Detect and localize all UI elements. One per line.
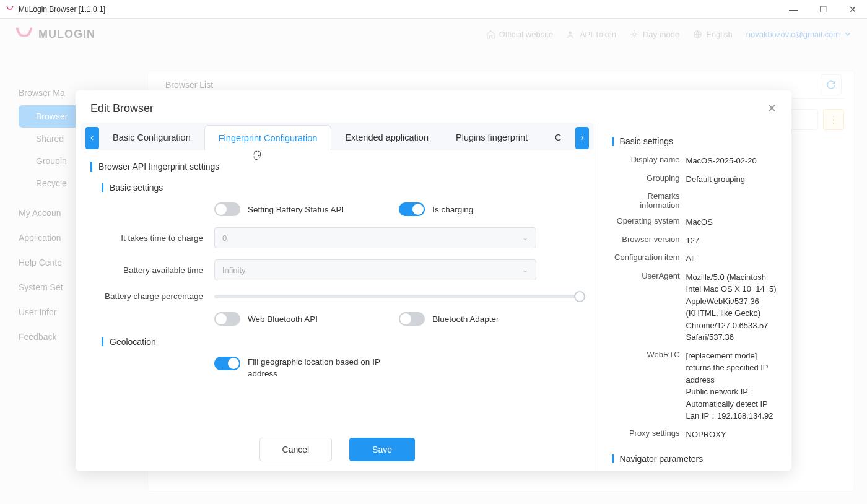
toggle-is-charging-label: Is charging — [432, 205, 473, 214]
toggle-battery-status-api-label: Setting Battery Status API — [248, 205, 344, 214]
select-time-to-charge[interactable]: 0 ⌄ — [214, 227, 536, 248]
subsection-geolocation: Geolocation — [102, 337, 584, 347]
tabs-scroll-left[interactable] — [85, 127, 99, 149]
summary-panel: Basic settings Display nameMacOS-2025-02… — [599, 123, 791, 471]
window-title: MuLogin Browser [1.1.0.1] — [19, 5, 105, 14]
tab-extended-app[interactable]: Extended application — [331, 125, 442, 150]
label-battery-charge-pct: Battery charge percentage — [90, 292, 214, 301]
label-battery-available: Battery available time — [90, 266, 214, 275]
edit-browser-modal: Edit Browser ✕ Basic Configuration Finge… — [76, 90, 791, 471]
label-time-to-charge: It takes time to charge — [90, 233, 214, 243]
section-api-fingerprint: Browser API fingerprint settings — [90, 162, 584, 172]
tab-more[interactable]: C — [541, 125, 575, 150]
modal-title: Edit Browser — [90, 102, 154, 115]
window-minimize[interactable]: — — [784, 4, 803, 14]
save-button[interactable]: Save — [349, 438, 415, 461]
window-maximize[interactable]: ☐ — [814, 4, 832, 14]
toggle-fill-geo-label: Fill geographic location based on IP add… — [248, 357, 390, 380]
toggle-web-bluetooth-label: Web Bluetooth API — [248, 315, 318, 324]
tab-plugins-fingerprint[interactable]: Plugins fingerprint — [442, 125, 541, 150]
window-titlebar: MuLogin Browser [1.1.0.1] — ☐ ✕ — [0, 0, 867, 19]
toggle-bluetooth-adapter-label: Bluetooth Adapter — [432, 315, 499, 324]
slider-battery-charge[interactable] — [214, 295, 584, 298]
app-icon — [5, 4, 15, 14]
select-battery-available[interactable]: Infinity ⌄ — [214, 259, 536, 280]
toggle-fill-geo[interactable] — [214, 357, 240, 370]
toggle-web-bluetooth[interactable] — [214, 312, 240, 326]
chevron-down-icon: ⌄ — [522, 233, 528, 242]
toggle-battery-status-api[interactable] — [214, 202, 240, 216]
tabs-scroll-right[interactable] — [575, 127, 589, 149]
toggle-is-charging[interactable] — [399, 202, 425, 216]
slider-thumb[interactable] — [574, 291, 585, 302]
tab-fingerprint-config[interactable]: Fingerprint Configuration — [204, 125, 332, 150]
tab-basic-config[interactable]: Basic Configuration — [99, 125, 204, 150]
cancel-button[interactable]: Cancel — [259, 438, 333, 461]
toggle-bluetooth-adapter[interactable] — [399, 312, 425, 326]
subsection-basic-settings: Basic settings — [102, 183, 584, 193]
window-close[interactable]: ✕ — [843, 4, 862, 14]
close-icon[interactable]: ✕ — [767, 102, 777, 115]
chevron-down-icon: ⌄ — [522, 266, 528, 274]
